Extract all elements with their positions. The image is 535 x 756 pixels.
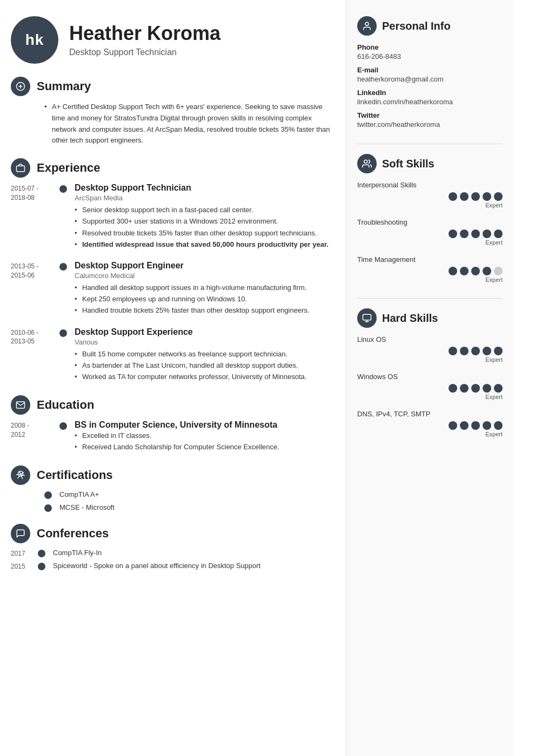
education-items: 2008 -2012 BS in Computer Science, Unive… xyxy=(11,420,335,454)
skill-windows: Windows OS Expert xyxy=(357,373,503,400)
skill-dot xyxy=(471,384,480,393)
experience-header: Experience xyxy=(11,158,335,178)
soft-skills-header: Soft Skills xyxy=(357,154,503,173)
hard-skills-icon xyxy=(357,308,377,328)
bullet-dot xyxy=(44,504,52,512)
skill-dots xyxy=(357,384,503,393)
skill-dot xyxy=(449,421,457,430)
full-name: Heather Koroma xyxy=(69,23,220,44)
conf-date-1: 2017 xyxy=(11,549,38,557)
skill-dot xyxy=(449,384,457,393)
skill-dots xyxy=(357,192,503,201)
resume-page: hk Heather Koroma Desktop Support Techni… xyxy=(0,0,535,756)
cert-1: CompTIA A+ xyxy=(59,490,99,498)
divider xyxy=(357,298,503,299)
skill-dot xyxy=(460,421,469,430)
skill-dot xyxy=(483,421,491,430)
skill-name: Interpersonal Skills xyxy=(357,181,503,189)
skill-interpersonal: Interpersonal Skills Expert xyxy=(357,181,503,208)
job-date-1: 2015-07 -2018-08 xyxy=(11,183,59,202)
conf-text-1: CompTIA Fly-In xyxy=(53,549,102,557)
job-title-1: Desktop Support Technician xyxy=(75,183,335,193)
divider xyxy=(357,144,503,144)
soft-skills-icon xyxy=(357,154,377,173)
skill-dot xyxy=(460,347,469,355)
skill-dot xyxy=(483,384,491,393)
skill-dot xyxy=(471,192,480,201)
conferences-title: Conferences xyxy=(37,526,109,541)
personal-info-header: Personal Info xyxy=(357,16,503,36)
bullet-dot xyxy=(44,491,52,499)
skill-name: Troubleshooting xyxy=(357,218,503,226)
skill-label: Expert xyxy=(357,202,503,208)
skill-dns: DNS, IPv4, TCP, SMTP Expert xyxy=(357,410,503,437)
job-date-3: 2010-06 -2013-05 xyxy=(11,327,59,347)
right-column: Personal Info Phone 616-206-8483 E-mail … xyxy=(346,0,513,756)
list-item: Excelled in IT classes. xyxy=(75,431,335,441)
skill-dots xyxy=(357,267,503,275)
skill-dot xyxy=(460,267,469,275)
skill-linux: Linux OS Expert xyxy=(357,335,503,363)
skill-dot xyxy=(483,192,491,201)
skill-dot xyxy=(449,347,457,355)
list-item: As bartender at The Last Unicorn, handle… xyxy=(75,361,335,370)
summary-section: Summary A+ Certified Desktop Support Tec… xyxy=(11,77,335,146)
conferences-icon xyxy=(11,524,30,543)
certifications-icon xyxy=(11,465,30,485)
edu-content-1: BS in Computer Science, University of Mi… xyxy=(75,420,335,454)
skill-time-management: Time Management Expert xyxy=(357,255,503,283)
job-date-2: 2013-05 -2015-06 xyxy=(11,261,59,280)
experience-section: Experience 2015-07 -2018-08 Desktop Supp… xyxy=(11,158,335,383)
certifications-section: Certifications CompTIA A+ MCSE - Microso… xyxy=(11,465,335,512)
list-item: Senior desktop support tech in a fast-pa… xyxy=(75,205,335,215)
skill-troubleshooting: Troubleshooting Expert xyxy=(357,218,503,246)
svg-point-6 xyxy=(364,160,367,163)
list-item: Handled trouble tickets 25% faster than … xyxy=(75,306,335,315)
soft-skills-list: Interpersonal Skills Expert Troubleshoot… xyxy=(357,181,503,283)
skill-dot xyxy=(471,347,480,355)
skill-dots xyxy=(357,230,503,238)
job-title-2: Desktop Support Engineer xyxy=(75,261,335,271)
list-item: Received Lando Scholarship for Computer … xyxy=(75,442,335,452)
job-company-1: ArcSpan Media xyxy=(75,194,335,202)
svg-rect-7 xyxy=(363,314,371,320)
summary-icon xyxy=(11,77,30,96)
svg-rect-3 xyxy=(17,166,25,172)
skill-label: Expert xyxy=(357,394,503,400)
table-row: 2013-05 -2015-06 Desktop Support Enginee… xyxy=(11,261,335,318)
skill-label: Expert xyxy=(357,431,503,437)
summary-text: A+ Certified Desktop Support Tech with 6… xyxy=(44,102,335,146)
job-bullets-3: Built 15 home computer networks as freel… xyxy=(75,349,335,382)
experience-title: Experience xyxy=(37,161,100,175)
skill-dot xyxy=(449,192,457,201)
conferences-list: 2017 CompTIA Fly-In 2015 Spiceworld - Sp… xyxy=(11,549,335,570)
cert-2: MCSE - Microsoft xyxy=(59,503,115,511)
skill-dot xyxy=(494,421,503,430)
skill-dot xyxy=(460,230,469,238)
skill-dot xyxy=(494,192,503,201)
linkedin-value: linkedin.com/in/heatherkoroma xyxy=(357,98,503,106)
avatar: hk xyxy=(11,16,58,64)
phone-value: 616-206-8483 xyxy=(357,52,503,60)
edu-degree-1: BS in Computer Science, University of Mi… xyxy=(75,420,335,430)
education-icon xyxy=(11,395,30,415)
list-item: Kept 250 employees up and running on Win… xyxy=(75,294,335,304)
job-bullets-2: Handled all desktop support issues in a … xyxy=(75,283,335,316)
skill-dot xyxy=(494,347,503,355)
soft-skills-title: Soft Skills xyxy=(382,158,434,170)
certifications-list: CompTIA A+ MCSE - Microsoft xyxy=(44,490,335,512)
skill-dot xyxy=(460,192,469,201)
timeline-dot xyxy=(59,263,67,271)
job-bullets-1: Senior desktop support tech in a fast-pa… xyxy=(75,205,335,249)
conf-date-2: 2015 xyxy=(11,562,38,570)
bullet-dot xyxy=(38,563,45,570)
personal-info-section: Personal Info Phone 616-206-8483 E-mail … xyxy=(357,16,503,129)
conferences-header: Conferences xyxy=(11,524,335,543)
job-company-3: Various xyxy=(75,338,335,346)
conf-text-2: Spiceworld - Spoke on a panel about effi… xyxy=(53,562,260,570)
hard-skills-list: Linux OS Expert Windows OS xyxy=(357,335,503,437)
timeline-dot xyxy=(59,422,67,430)
list-item: 2017 CompTIA Fly-In xyxy=(11,549,335,557)
hard-skills-section: Hard Skills Linux OS Expert Windows OS xyxy=(357,308,503,437)
job-content-1: Desktop Support Technician ArcSpan Media… xyxy=(75,183,335,251)
